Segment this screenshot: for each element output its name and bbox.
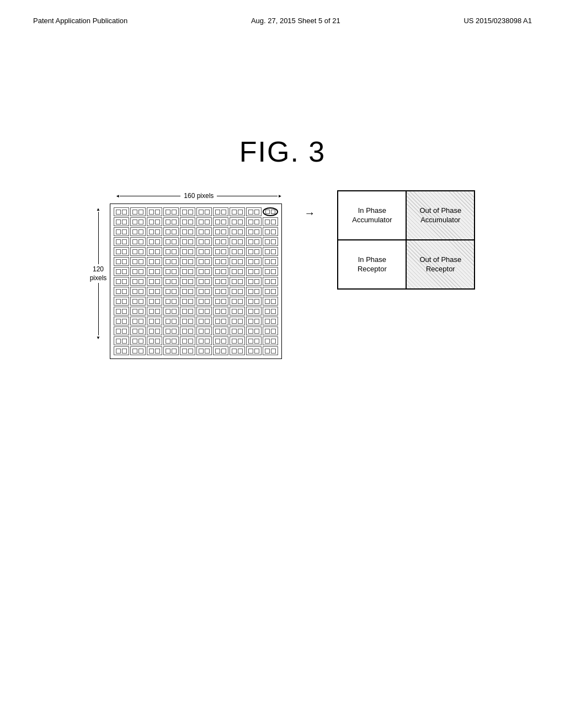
pixel-cell — [213, 227, 228, 236]
pixel-cell — [213, 237, 228, 246]
pixel-cell — [263, 227, 278, 236]
pixel-cell — [246, 317, 262, 325]
out-of-phase-receptor-cell: Out of PhaseReceptor — [406, 240, 475, 289]
pixel-cell — [263, 247, 278, 256]
in-phase-receptor-cell: In PhaseReceptor — [338, 240, 406, 289]
pixel-cell — [147, 207, 162, 216]
pixel-cell — [230, 346, 245, 355]
pixel-cell — [163, 297, 179, 306]
pixel-cell — [213, 297, 228, 306]
diagram-arrow: → — [299, 207, 321, 220]
pixel-cell — [213, 326, 228, 335]
pixel-cell — [180, 346, 195, 355]
pixel-cell — [147, 237, 162, 246]
pixel-cell — [263, 237, 278, 246]
header-center: Aug. 27, 2015 Sheet 5 of 21 — [251, 17, 340, 25]
pixel-cell — [114, 287, 129, 296]
pixel-cell — [263, 346, 278, 355]
pixel-cell — [213, 317, 228, 325]
pixel-cell — [263, 257, 278, 266]
pixel-cell — [246, 346, 262, 355]
pixel-cell — [147, 277, 162, 286]
pixel-cell — [130, 277, 146, 286]
pixel-cell — [230, 257, 245, 266]
pixel-cell — [213, 346, 228, 355]
pixel-cell — [230, 336, 245, 345]
pixel-cell — [130, 227, 146, 236]
pixel-box-container: ◄ 160 pixels ► — [110, 190, 282, 359]
pixel-cell — [130, 307, 146, 315]
pixel-cell — [230, 227, 245, 236]
pixel-cell — [196, 257, 212, 266]
pixel-cell — [130, 207, 146, 216]
pixel-cell — [213, 277, 228, 286]
diagram-area: ▲ 120 pixels ▼ ◄ 160 pixels ► — [0, 190, 565, 359]
pixel-cell — [163, 346, 179, 355]
pixel-cell — [196, 227, 212, 236]
pixel-cell — [180, 297, 195, 306]
pixel-cell — [147, 227, 162, 236]
pixel-cell — [114, 336, 129, 345]
pixel-cell — [130, 297, 146, 306]
pixel-cell — [230, 207, 245, 216]
pixel-cell — [263, 297, 278, 306]
pixel-cell — [114, 247, 129, 256]
pixel-cell — [130, 257, 146, 266]
pixel-cell — [213, 267, 228, 276]
pixel-cell — [246, 227, 262, 236]
pixel-cell — [147, 247, 162, 256]
pixel-cell — [213, 336, 228, 345]
pixel-cell — [196, 247, 212, 256]
pixel-cell — [230, 277, 245, 286]
pixel-cell — [180, 307, 195, 315]
pixel-cell — [180, 287, 195, 296]
pixel-cell — [147, 217, 162, 226]
pixel-cell — [180, 336, 195, 345]
right-arrow-icon: → — [304, 207, 315, 220]
pixel-cell — [114, 326, 129, 335]
pixel-cell — [130, 336, 146, 345]
pixel-cell — [163, 237, 179, 246]
pixel-cell — [213, 287, 228, 296]
pixel-cell — [114, 237, 129, 246]
pixel-cell — [163, 257, 179, 266]
pixel-cell — [246, 326, 262, 335]
pixel-cell — [114, 346, 129, 355]
pixel-cell — [163, 227, 179, 236]
pixel-cell — [230, 217, 245, 226]
pixel-cell — [163, 267, 179, 276]
height-unit-label: pixels — [90, 274, 107, 282]
pixel-cell — [163, 277, 179, 286]
figure-title: FIG. 3 — [0, 135, 565, 168]
pixel-cell — [263, 217, 278, 226]
pixel-cell — [147, 257, 162, 266]
pixel-grid-box — [110, 204, 282, 359]
out-of-phase-accumulator-cell: Out of PhaseAccumulator — [406, 191, 475, 240]
pixel-cell — [180, 247, 195, 256]
pixel-cell — [213, 217, 228, 226]
pixel-cell — [180, 237, 195, 246]
pixel-cell — [163, 317, 179, 325]
pixel-cell — [263, 336, 278, 345]
pixel-cell — [114, 257, 129, 266]
pixel-grid — [114, 207, 278, 355]
pixel-cell — [196, 317, 212, 325]
pixel-cell — [230, 326, 245, 335]
pixel-cell — [114, 307, 129, 315]
pixel-cell — [163, 336, 179, 345]
pixel-cell — [147, 267, 162, 276]
pixel-cell — [196, 217, 212, 226]
pixel-cell — [196, 336, 212, 345]
pixel-box-wrapper: ▲ 120 pixels ▼ ◄ 160 pixels ► — [90, 190, 282, 359]
pixel-cell — [163, 307, 179, 315]
pixel-cell — [196, 287, 212, 296]
pixel-cell — [147, 336, 162, 345]
pixel-cell — [147, 307, 162, 315]
pixel-cell — [180, 277, 195, 286]
pixel-cell — [114, 207, 129, 216]
pixel-cell — [263, 326, 278, 335]
pixel-cell — [163, 247, 179, 256]
pixel-cell — [130, 317, 146, 325]
pixel-cell — [130, 326, 146, 335]
pixel-cell — [180, 257, 195, 266]
